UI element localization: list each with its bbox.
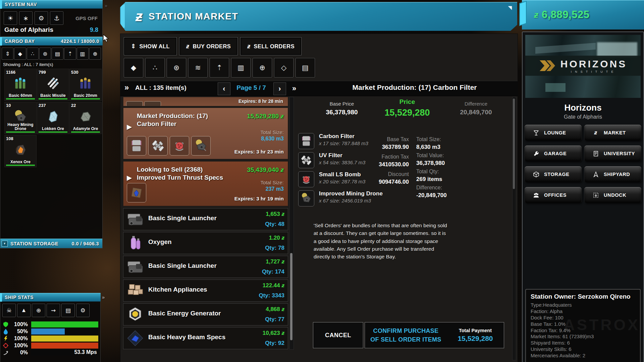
cargo-item-basic-60mm[interactable]: 1166 Basic 60mm	[4, 69, 37, 101]
gps-status[interactable]: GPS OFF	[75, 15, 98, 21]
bundle-thumb-uv-filter[interactable]	[148, 136, 168, 156]
nav-beacon-icon[interactable]: ⚓	[50, 11, 63, 25]
launcher-icon	[126, 258, 144, 276]
expand-list-icon[interactable]: »	[124, 83, 129, 92]
difference-total-value: -20,849,700	[416, 192, 447, 199]
filter-drones-button[interactable]: ≋	[188, 58, 208, 77]
sysnav-collapse-icon[interactable]: »	[105, 3, 107, 8]
cargo-item-lokken-ore[interactable]: 237 Lokken Ore	[37, 102, 69, 134]
market-button[interactable]: ƶ MARKET	[584, 125, 641, 141]
page-prev-button[interactable]: ‹	[218, 82, 230, 95]
station-market-items: Market Items: 61 (72389)m3	[531, 334, 635, 340]
drone-icon: ▤	[55, 51, 60, 57]
ship-hull-button[interactable]: ▲	[17, 304, 31, 317]
cargo-item-heavy-mining-drone[interactable]: 10 Heavy Mining Drone	[4, 102, 37, 134]
tab-show-all[interactable]: ⇕ SHOW ALL	[124, 37, 177, 55]
cargo-filter-drones-button[interactable]: ▤	[52, 48, 63, 60]
market-row-basic-single-launcher[interactable]: Basic Single Launcher 1,653 ƶ Qty: 48	[123, 208, 288, 230]
nav-system-icon[interactable]: ☀	[4, 11, 17, 25]
ship-cargo-button[interactable]: ▤	[61, 304, 75, 317]
page-last-button[interactable]: »	[288, 82, 300, 95]
cancel-label: CANCEL	[325, 332, 351, 339]
ship-stats-header[interactable]: SHIP STATS	[0, 293, 101, 302]
order-row-market-production[interactable]: ▶ Market Production: (17) Carbon Filter …	[123, 108, 288, 159]
tab-buy-orders[interactable]: ƶ BUY ORDERS	[179, 37, 238, 55]
ammo-20mm-icon	[78, 76, 93, 91]
filter-missiles-button[interactable]: ⇡	[210, 58, 229, 77]
ship-modules-button[interactable]: ⊕	[32, 304, 45, 317]
cargo-filter-modules-button[interactable]: ⊕	[89, 48, 101, 60]
market-row-basic-energy-generator[interactable]: Basic Energy Generator 4,868 ƶ Qty: 77	[123, 303, 288, 325]
bundle-thumb-specs[interactable]	[127, 183, 146, 202]
undock-button[interactable]: UNDOCK	[584, 187, 641, 203]
filter-modules-button[interactable]: ⊕	[253, 58, 272, 77]
capacitor-bar	[31, 328, 98, 335]
filter-goods-button[interactable]: ∴	[145, 58, 165, 77]
cargo-item-basic-missile[interactable]: 799 Basic Missile	[37, 69, 69, 101]
bundle-thumb-mining-drone[interactable]	[191, 136, 211, 156]
cargo-filter-ore-button[interactable]: ◆	[14, 48, 26, 60]
garage-button[interactable]: GARAGE	[525, 145, 582, 162]
filter-orders-button[interactable]: ▤	[296, 58, 315, 77]
currency-icon: ƶ	[282, 306, 285, 312]
station-storage-bar[interactable]: ▾ STATION STORAGE 0.0 / 9406.3	[0, 239, 102, 248]
bundle-item-improved-mining-drone[interactable]: Improved Mining Drone x 67 size: 2456.01…	[298, 190, 399, 207]
list-scrollbar-thumb[interactable]	[290, 253, 292, 340]
market-row-oxygen[interactable]: Oxygen 1.20 ƶ Qty: 78	[123, 232, 288, 254]
station-market-banner: ƶ STATION MARKET ◥	[120, 2, 517, 31]
bundle-thumb-carbon-filter[interactable]	[127, 136, 146, 156]
confirm-purchase-button[interactable]: CONFIRM PURCHASE OF SELL ORDER ITEMS Tot…	[365, 322, 504, 348]
faction-tax-value: 3410530.00	[355, 161, 409, 168]
ship-repair-button[interactable]: ⚙	[76, 304, 90, 317]
filter-cargo-button[interactable]: ◇	[274, 58, 293, 77]
bundle-thumb-ls-bomb[interactable]	[170, 136, 189, 156]
cargo-filter-components-button[interactable]: ⊛	[39, 48, 51, 60]
cargo-filter-goods-button[interactable]: ∴	[27, 48, 39, 60]
cargo-filter-missiles-button[interactable]: ⇡	[64, 48, 76, 60]
market-row-basic-single-launcher-2[interactable]: Basic Single Launcher 1,727 ƶ Qty: 174	[123, 256, 288, 278]
filter-components-button[interactable]: ⊛	[167, 58, 186, 77]
detail-scrollbar-thumb[interactable]	[513, 99, 515, 189]
ship-thrust-button[interactable]: ⇝	[47, 304, 60, 317]
item-name: Basic Missile	[38, 94, 68, 98]
thruster-icon	[2, 350, 9, 356]
order-price: 15,529,280	[247, 113, 279, 120]
system-nav-header[interactable]: SYSTEM NAV	[0, 0, 103, 9]
cargo-bay-header[interactable]: CARGO BAY 4224.1 / 18000.0	[0, 37, 103, 46]
market-row-basic-heavy-beam-specs[interactable]: Basic Heavy Beam Specs 10,623 ƶ Qty: 92	[123, 327, 288, 349]
offices-button[interactable]: OFFICES	[525, 187, 582, 203]
tab-sell-orders[interactable]: ƶ SELL ORDERS	[240, 37, 302, 55]
storage-button[interactable]: STORAGE	[525, 166, 582, 182]
shipyard-button[interactable]: SHIPYARD	[584, 166, 641, 182]
cargo-item-adamyte-ore[interactable]: 22 Adamyte Ore	[69, 102, 102, 134]
cargo-filter-all-button[interactable]: ⇕	[2, 48, 13, 60]
total-value-label: Total Value:	[416, 153, 444, 159]
shipstats-collapse-icon[interactable]: »	[102, 294, 105, 300]
order-row-partial[interactable]: Expires: 8 hr 28 min	[123, 97, 288, 106]
total-payment-block: Total Payment 15,529,280	[447, 328, 504, 343]
row-item-name: Basic Energy Generator	[148, 310, 221, 317]
item-condition-bar	[6, 131, 35, 133]
bomb-icon	[300, 173, 313, 186]
filter-ammo-button[interactable]: ▥	[231, 58, 251, 77]
market-row-kitchen-appliances[interactable]: Kitchen Appliances 122.44 ƶ Qty: 3343	[123, 280, 288, 302]
sun-icon: ☀	[7, 14, 13, 22]
cancel-button[interactable]: CANCEL	[313, 322, 363, 348]
expand-storage-icon[interactable]: ▾	[2, 241, 8, 247]
order-row-looking-to-sell[interactable]: ▶ Looking to Sell (2368) Improved Turn T…	[123, 161, 288, 206]
ship-pilot-button[interactable]: ☠	[2, 304, 16, 317]
university-button[interactable]: UNIVERSITY	[584, 145, 641, 162]
list-scrollbar[interactable]	[289, 97, 294, 350]
cargo-item-basic-20mm[interactable]: 530 Basic 20mm	[69, 69, 102, 101]
lounge-button[interactable]: LOUNGE	[525, 125, 582, 141]
cargo-filter-ammo-button[interactable]: ▥	[77, 48, 89, 60]
page-next-button[interactable]: ›	[273, 82, 286, 95]
list-header-bar: » ALL : 135 item(s) ‹ Page 5 / 7 › » Mar…	[120, 81, 518, 96]
nav-routes-icon[interactable]: ∗	[19, 11, 33, 25]
nav-waypoints-icon[interactable]: ⚙	[35, 11, 48, 25]
difference-label: Difference	[442, 101, 509, 107]
row-item-name: Basic Heavy Beam Specs	[148, 334, 225, 341]
cargo-item-xenox-ore[interactable]: 108 Xenox Ore	[4, 135, 37, 167]
resize-arrow-icon[interactable]: ◥	[508, 5, 512, 11]
filter-ore-button[interactable]: ◆	[124, 58, 143, 77]
